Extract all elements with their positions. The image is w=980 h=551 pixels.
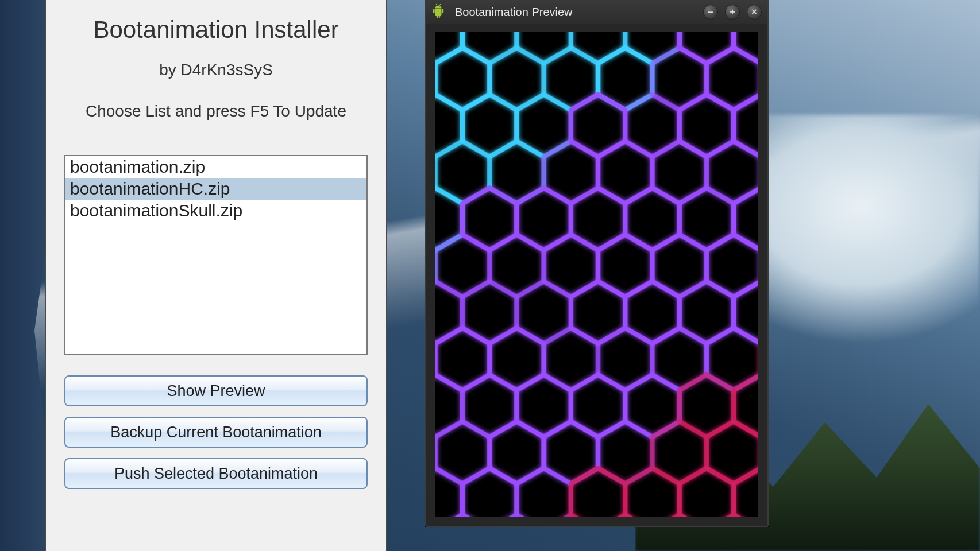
app-title: Bootanimation Installer [63,16,369,44]
push-button[interactable]: Push Selected Bootanimation [64,458,368,489]
svg-point-5 [439,6,440,7]
svg-line-3 [439,4,440,6]
svg-point-4 [437,6,437,7]
preview-window: Bootanimation Preview – + × [425,0,769,527]
preview-content [435,32,758,517]
svg-rect-1 [442,9,443,13]
close-button[interactable]: × [747,5,762,20]
app-instruction: Choose List and press F5 To Update [63,102,369,121]
file-listbox[interactable]: bootanimation.zipbootanimationHC.zipboot… [64,155,368,355]
app-subtitle: by D4rKn3sSyS [63,61,369,79]
svg-rect-0 [433,9,435,13]
maximize-button[interactable]: + [725,5,740,20]
minimize-button[interactable]: – [703,5,718,20]
preview-window-title: Bootanimation Preview [452,6,696,19]
backup-button[interactable]: Backup Current Bootanimation [64,417,368,448]
svg-line-2 [436,4,437,6]
preview-titlebar[interactable]: Bootanimation Preview – + × [426,0,767,24]
list-item[interactable]: bootanimationSkull.zip [65,200,366,222]
show-preview-button[interactable]: Show Preview [64,375,368,406]
installer-window: Bootanimation Installer by D4rKn3sSyS Ch… [45,0,387,551]
android-icon [432,3,445,21]
list-item[interactable]: bootanimation.zip [65,156,366,178]
list-item[interactable]: bootanimationHC.zip [65,178,366,200]
